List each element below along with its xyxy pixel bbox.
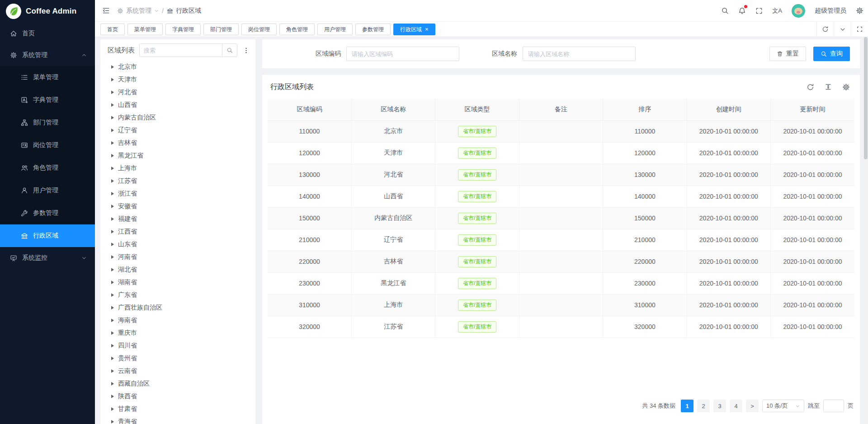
- caret-right-icon[interactable]: [111, 116, 114, 119]
- caret-right-icon[interactable]: [111, 319, 114, 322]
- sidebar-item-dept-mgmt[interactable]: 部门管理: [0, 111, 95, 134]
- sidebar-item-home[interactable]: 首页: [0, 23, 95, 44]
- caret-right-icon[interactable]: [111, 255, 114, 259]
- caret-right-icon[interactable]: [111, 357, 114, 360]
- page-button-active[interactable]: 1: [681, 400, 693, 412]
- jump-page-input[interactable]: [823, 400, 844, 412]
- tab-active[interactable]: 行政区域 ×: [393, 24, 435, 35]
- tab[interactable]: 字典管理: [165, 24, 201, 35]
- caret-right-icon[interactable]: [111, 205, 114, 208]
- page-button[interactable]: 3: [713, 400, 726, 412]
- tree-item[interactable]: 广东省: [100, 289, 255, 301]
- tab[interactable]: 参数管理: [355, 24, 391, 35]
- close-icon[interactable]: ×: [425, 26, 429, 32]
- caret-right-icon[interactable]: [111, 243, 114, 246]
- tree-item[interactable]: 湖南省: [100, 276, 255, 289]
- table-row[interactable]: 320000 江苏省 省市/直辖市 320000 2020-10-01 00:0…: [268, 316, 854, 338]
- table-row[interactable]: 150000 内蒙古自治区 省市/直辖市 150000 2020-10-01 0…: [268, 207, 854, 229]
- refresh-icon[interactable]: [816, 22, 834, 37]
- avatar[interactable]: [792, 4, 805, 18]
- gear-icon[interactable]: [842, 83, 850, 91]
- page-button[interactable]: 4: [730, 400, 742, 412]
- tree-item[interactable]: 天津市: [100, 73, 255, 86]
- caret-right-icon[interactable]: [111, 192, 114, 195]
- caret-right-icon[interactable]: [111, 395, 114, 398]
- caret-right-icon[interactable]: [111, 179, 114, 183]
- table-row[interactable]: 120000 天津市 省市/直辖市 120000 2020-10-01 00:0…: [268, 142, 854, 164]
- user-name[interactable]: 超级管理员: [815, 7, 846, 15]
- table-row[interactable]: 210000 辽宁省 省市/直辖市 210000 2020-10-01 00:0…: [268, 229, 854, 251]
- caret-right-icon[interactable]: [111, 331, 114, 335]
- search-button[interactable]: 查询: [813, 47, 850, 61]
- tree-item[interactable]: 吉林省: [100, 137, 255, 149]
- caret-right-icon[interactable]: [111, 306, 114, 310]
- table-row[interactable]: 140000 山西省 省市/直辖市 140000 2020-10-01 00:0…: [268, 186, 854, 207]
- table-row[interactable]: 230000 黑龙江省 省市/直辖市 230000 2020-10-01 00:…: [268, 272, 854, 294]
- search-icon[interactable]: [721, 7, 729, 14]
- sidebar-item-post-mgmt[interactable]: 岗位管理: [0, 134, 95, 157]
- table-row[interactable]: 220000 吉林省 省市/直辖市 220000 2020-10-01 00:0…: [268, 251, 854, 272]
- caret-right-icon[interactable]: [111, 91, 114, 94]
- tree-item[interactable]: 河南省: [100, 251, 255, 263]
- tree-item[interactable]: 重庆市: [100, 327, 255, 339]
- tree-item[interactable]: 浙江省: [100, 187, 255, 200]
- tree-item[interactable]: 辽宁省: [100, 124, 255, 137]
- caret-right-icon[interactable]: [111, 217, 114, 221]
- caret-right-icon[interactable]: [111, 103, 114, 107]
- tree-item[interactable]: 山东省: [100, 238, 255, 251]
- tree-item[interactable]: 贵州省: [100, 352, 255, 365]
- tab[interactable]: 部门管理: [203, 24, 239, 35]
- caret-right-icon[interactable]: [111, 407, 114, 411]
- caret-right-icon[interactable]: [111, 268, 114, 272]
- tree-item[interactable]: 江西省: [100, 225, 255, 238]
- caret-right-icon[interactable]: [111, 129, 114, 132]
- scrollbar-track[interactable]: [863, 37, 868, 424]
- caret-right-icon[interactable]: [111, 293, 114, 297]
- table-row[interactable]: 110000 北京市 省市/直辖市 110000 2020-10-01 00:0…: [268, 120, 854, 142]
- line-height-icon[interactable]: [825, 83, 832, 91]
- tree-item[interactable]: 安徽省: [100, 200, 255, 213]
- sidebar-item-region[interactable]: 行政区域: [0, 224, 95, 247]
- breadcrumb-section[interactable]: 系统管理: [117, 7, 159, 15]
- page-button[interactable]: 2: [697, 400, 710, 412]
- maximize-icon[interactable]: [851, 22, 868, 37]
- caret-right-icon[interactable]: [111, 141, 114, 145]
- tree-item[interactable]: 北京市: [100, 61, 255, 73]
- tree-item[interactable]: 福建省: [100, 213, 255, 225]
- caret-right-icon[interactable]: [111, 154, 114, 157]
- tab[interactable]: 首页: [100, 24, 125, 35]
- tab[interactable]: 岗位管理: [241, 24, 277, 35]
- tree-item[interactable]: 江苏省: [100, 175, 255, 187]
- menu-fold-icon[interactable]: [102, 7, 110, 14]
- tree-item[interactable]: 西藏自治区: [100, 377, 255, 390]
- tab[interactable]: 角色管理: [279, 24, 315, 35]
- caret-right-icon[interactable]: [111, 78, 114, 81]
- tree-item[interactable]: 青海省: [100, 415, 255, 424]
- reset-button[interactable]: 重置: [769, 47, 806, 61]
- fullscreen-icon[interactable]: [755, 7, 763, 14]
- search-icon[interactable]: [222, 44, 237, 57]
- caret-right-icon[interactable]: [111, 65, 114, 69]
- sidebar-item-system[interactable]: 系统管理: [0, 44, 95, 66]
- region-name-input[interactable]: [523, 47, 636, 61]
- refresh-icon[interactable]: [807, 83, 814, 91]
- sidebar-item-param-mgmt[interactable]: 参数管理: [0, 202, 95, 224]
- sidebar-item-dict-mgmt[interactable]: 字典管理: [0, 89, 95, 111]
- sidebar-item-role-mgmt[interactable]: 角色管理: [0, 157, 95, 179]
- tree-item[interactable]: 陕西省: [100, 390, 255, 403]
- tree-item[interactable]: 湖北省: [100, 263, 255, 276]
- tree-item[interactable]: 广西壮族自治区: [100, 301, 255, 314]
- tree-search-input[interactable]: [140, 44, 222, 57]
- table-row[interactable]: 130000 河北省 省市/直辖市 130000 2020-10-01 00:0…: [268, 164, 854, 186]
- tree-item[interactable]: 山西省: [100, 99, 255, 111]
- sidebar-item-monitor[interactable]: 系统监控: [0, 247, 95, 269]
- tree-item[interactable]: 内蒙古自治区: [100, 111, 255, 124]
- tree-item[interactable]: 上海市: [100, 162, 255, 175]
- caret-right-icon[interactable]: [111, 420, 114, 424]
- caret-right-icon[interactable]: [111, 281, 114, 284]
- tab[interactable]: 用户管理: [317, 24, 353, 35]
- bell-icon[interactable]: [738, 7, 746, 14]
- caret-right-icon[interactable]: [111, 230, 114, 233]
- sidebar-item-menu-mgmt[interactable]: 菜单管理: [0, 66, 95, 89]
- tree-item[interactable]: 甘肃省: [100, 403, 255, 415]
